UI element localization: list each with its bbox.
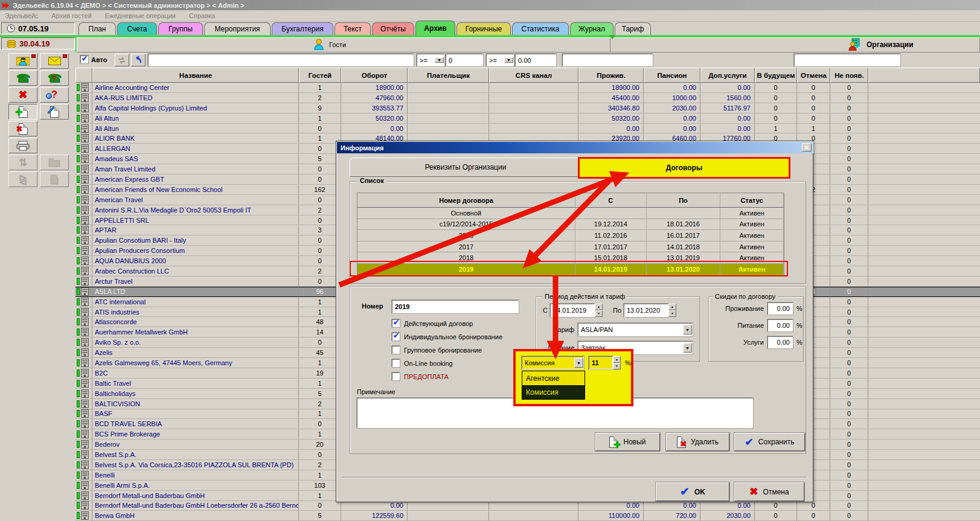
period-from-spinner[interactable]: ▲▼ [595,304,603,317]
contracts-column-Статус[interactable]: Статус [720,193,784,207]
tab-Журнал[interactable]: Журнал [570,22,613,35]
column-header-Доп.услуги[interactable]: Доп.услуги [700,68,755,83]
phone-button[interactable]: ☎ [8,70,37,86]
cell: 0 [755,113,797,123]
tab-Мероприятия[interactable]: Мероприятия [204,22,271,35]
contract-row[interactable]: 201717.01.201714.01.2018Активен [357,241,784,253]
turnover-filter[interactable]: >=▼ 0.00 [486,54,556,66]
column-header-Плательщик[interactable]: Плательщик [408,68,489,83]
discount-input-0[interactable]: 0.00 [767,302,793,315]
column-header-CRS канал[interactable]: CRS канал [489,68,578,83]
tab-contracts[interactable]: Договоры [578,157,790,179]
chevron-down-icon[interactable]: ▼ [683,343,692,353]
mail-button[interactable] [40,53,69,69]
menu-item-3[interactable]: Справка [189,12,215,19]
ok-button[interactable]: ✔ OK [656,482,729,501]
tab-Бухгалтерия[interactable]: Бухгалтерия [272,22,333,35]
chevron-down-icon[interactable]: ▼ [435,57,444,63]
doc-new-button[interactable]: ✚ [8,104,37,120]
contract-number-input[interactable]: 2019 [392,300,519,313]
table-row[interactable]: Berndorf Metall-und Baderbau GmbH Loeber… [75,501,980,511]
discount-input-2[interactable]: 0.00 [767,336,793,348]
commission-option-Агентские[interactable]: Агентские [522,371,584,385]
column-header-Пансион[interactable]: Пансион [644,68,700,83]
table-row[interactable]: Alfa Capital Holdings (Cyprus) Limited93… [75,103,980,113]
save-contract-button[interactable]: ✔ Сохранить [734,433,805,451]
table-row[interactable]: AKA-RUS LIMITED247960.0045400.001000.001… [75,93,980,103]
chevron-down-icon[interactable]: ▼ [683,325,692,334]
doc-edit-button[interactable] [40,104,69,120]
tariff-select[interactable]: ASLA/PAN▼ [578,323,693,336]
flag-checkbox-0[interactable]: Действующий договор [392,319,473,327]
period-to-spinner[interactable]: ▲▼ [668,304,676,317]
commission-amount-spinner[interactable]: ▲▼ [613,356,621,369]
phone-help-button[interactable]: ☎? [40,70,69,86]
contract-row[interactable]: 201611.02.201616.01.2017Активен [357,230,784,241]
tab-Текст[interactable]: Текст [335,22,371,35]
refresh-filter-button[interactable] [115,54,129,66]
period-to-input[interactable]: 13.01.2020 [624,304,668,317]
organizations-panel[interactable]: Организации [848,38,914,51]
contract-row[interactable]: ОсновнойАктивен [357,208,784,219]
table-row[interactable]: Ali Altun150320.0050320.000.000.00000 [75,113,980,124]
auto-filter-checkbox[interactable]: Авто [80,56,107,63]
flag-checkbox-3[interactable]: On-Line booking [392,359,453,367]
tab-Горничные[interactable]: Горничные [456,22,511,35]
table-row[interactable]: Airline Accounting Center118900.0018900.… [75,83,980,93]
menu-item-2[interactable]: Ежедневные операции [105,12,176,19]
column-header-Оборот[interactable]: Оборот [341,68,408,83]
table-row[interactable]: Berwa GmbH5122559.60110000.00720.002030.… [75,511,980,521]
close-icon[interactable]: ✕ [802,143,812,152]
cell: 50320.00 [341,113,408,123]
tab-Счета[interactable]: Счета [117,22,157,35]
chevron-down-icon[interactable]: ▼ [504,57,513,63]
column-header-Название[interactable]: Название [92,68,299,83]
doc-delete-button[interactable]: ✖ [8,121,37,136]
delete-contract-button[interactable]: ✖ Удалить [666,433,729,451]
commission-amount-input[interactable]: 11 [589,356,613,369]
new-contract-button[interactable]: ✚ Новый [595,433,660,451]
payer-filter-input[interactable] [562,54,653,66]
discount-input-1[interactable]: 0.00 [767,319,793,331]
menu-item-0[interactable]: Эдельвейс [5,12,38,19]
table-row[interactable]: Ali Altun00.000.000.000.00110 [75,124,980,134]
reset-filter-button[interactable] [131,54,146,66]
status-pill-icon [77,318,80,325]
flag-checkbox-1[interactable]: Индивидуальное бронирование [392,333,502,340]
column-header-Отмена[interactable]: Отмена [797,68,830,83]
commission-option-Комиссия[interactable]: Комиссия [522,385,584,399]
guests-panel[interactable]: Гости [314,39,346,50]
tab-requisites[interactable]: Реквизиты Организации [350,158,581,177]
cell: 2 [299,460,341,470]
contract-row[interactable]: c19/12/2014-201519.12.201418.01.2016Акти… [357,219,784,231]
tab-Группы[interactable]: Группы [158,22,203,35]
cell [489,124,578,133]
column-header-Не появ.[interactable]: Не появ. [830,68,868,83]
menu-item-1[interactable]: Архив гостей [51,12,91,19]
guests-filter[interactable]: >=▼ 0 [417,54,483,66]
cell: 0 [830,379,868,388]
contracts-column-По[interactable]: По [647,193,721,207]
guest-card-button[interactable] [8,53,37,69]
commission-type-select[interactable]: Комиссия▼ [522,356,584,369]
tab-План[interactable]: План [78,22,116,35]
tab-Тариф[interactable]: Тариф [615,22,651,35]
contracts-column-Номер договора[interactable]: Номер договора [357,193,575,207]
column-header-Гостей[interactable]: Гостей [299,68,341,83]
tab-Отчёты[interactable]: Отчёты [372,22,414,35]
contracts-column-С[interactable]: С [575,193,647,207]
chevron-down-icon[interactable]: ▼ [574,358,583,368]
tab-Архив[interactable]: Архив [415,21,455,36]
print-button[interactable] [8,138,37,153]
cancel-button[interactable]: ✖ Отмена [734,482,804,501]
period-from-input[interactable]: 14.01.2019 [550,304,595,317]
column-header-В будущем[interactable]: В будущем [755,68,797,83]
cancel-x-button[interactable]: ✖ [8,87,37,103]
flag-checkbox-4[interactable]: ПРЕДОПЛАТА [392,372,449,380]
name-filter-input[interactable] [148,54,414,66]
column-header-Прожив.[interactable]: Прожив. [578,68,644,83]
help-web-button[interactable]: ? [40,87,69,103]
extra-filter-input[interactable] [794,54,900,66]
tab-Статистика[interactable]: Статистика [512,22,569,35]
flag-checkbox-2[interactable]: Групповое бронирование [392,346,482,354]
